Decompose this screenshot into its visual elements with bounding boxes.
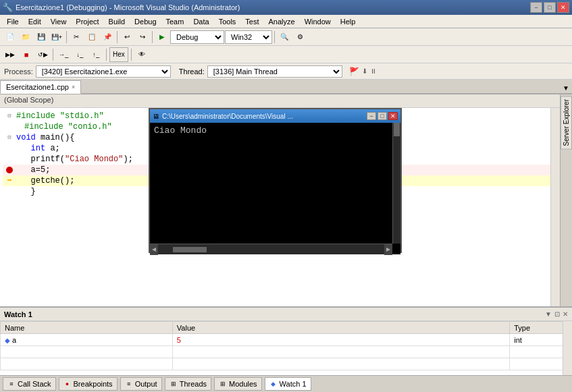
- editor-scrollbar[interactable]: [550, 108, 560, 306]
- editor-container: ⊟ #include "stdio.h" #include "conio.h": [0, 108, 560, 306]
- editor-and-right: (Global Scope) ⊟ #include "stdio.h": [0, 94, 572, 306]
- bottom-tab-callstack[interactable]: ≡ Call Stack: [3, 377, 56, 391]
- debug-continue-btn[interactable]: ▶▶: [3, 47, 18, 62]
- title-bar-left: 🔧 Esercitazione1 (Debugging) - Microsoft…: [3, 3, 240, 12]
- toolbar-misc-btn[interactable]: 🔍: [277, 30, 292, 45]
- thread-label: Thread:: [179, 67, 205, 76]
- console-window: 🖥 C:\Users\administrator\Documents\Visua…: [149, 108, 402, 253]
- console-output: Ciao Mondo: [150, 123, 400, 244]
- debug-hex-toggle[interactable]: Hex: [109, 47, 128, 62]
- thread-combo[interactable]: [3136] Main Thread: [207, 65, 342, 78]
- watch-close-btn[interactable]: ✕: [563, 310, 568, 318]
- minimize-button[interactable]: −: [530, 2, 542, 13]
- close-button[interactable]: ✕: [557, 2, 569, 13]
- app-icon: 🔧: [3, 3, 13, 12]
- output-label: Output: [135, 380, 157, 388]
- toolbar-undo-btn[interactable]: ↩: [120, 30, 134, 45]
- editor-tab-main[interactable]: Esercitazione1.cpp ×: [0, 80, 81, 94]
- process-label: Process:: [4, 67, 33, 76]
- console-hscroll-left[interactable]: ◀: [150, 244, 158, 255]
- callstack-label: Call Stack: [18, 380, 51, 388]
- bottom-tab-threads[interactable]: ⊞ Threads: [165, 377, 211, 391]
- watch-name-cell: ◆ a: [1, 334, 173, 346]
- maximize-button[interactable]: □: [544, 2, 556, 13]
- expand-icon-3[interactable]: ⊟: [7, 132, 11, 143]
- debug-step-over-btn[interactable]: →⎯: [56, 47, 71, 62]
- console-controls: − □ ✕: [367, 112, 398, 120]
- menu-tools[interactable]: Tools: [215, 16, 240, 27]
- debug-stop-btn[interactable]: ■: [19, 47, 34, 62]
- menu-bar: File Edit View Project Build Debug Team …: [0, 15, 572, 28]
- menu-edit[interactable]: Edit: [24, 16, 45, 27]
- bottom-tab-breakpoints[interactable]: ● Breakpoints: [59, 377, 118, 391]
- toolbar-save-all-btn[interactable]: 💾+: [49, 30, 64, 45]
- debug-step-into-btn[interactable]: ↓⎯: [72, 47, 87, 62]
- toolbar-new-btn[interactable]: 📄: [3, 30, 18, 45]
- right-sidebar: Server Explorer: [560, 94, 572, 306]
- tab-close-btn[interactable]: ×: [72, 84, 75, 90]
- breakpoints-icon: ●: [63, 380, 72, 388]
- toolbar-2: ▶▶ ■ ↺▶ →⎯ ↓⎯ ↑⎯ Hex 👁: [0, 46, 572, 63]
- toolbar-paste-btn[interactable]: 📌: [100, 30, 115, 45]
- debug-sep-2: [106, 49, 107, 61]
- menu-build[interactable]: Build: [105, 16, 129, 27]
- code-void: void: [16, 132, 36, 143]
- debug-step-out-btn[interactable]: ↑⎯: [88, 47, 103, 62]
- bottom-tabbar: ≡ Call Stack ● Breakpoints ≡ Output ⊞ Th…: [0, 375, 572, 392]
- debug-config-combo[interactable]: Debug: [170, 30, 224, 44]
- console-maximize-btn[interactable]: □: [378, 112, 387, 120]
- menu-project[interactable]: Project: [72, 16, 103, 27]
- toolbar-play-btn[interactable]: ▶: [155, 30, 170, 45]
- expand-icon-1[interactable]: ⊟: [7, 111, 11, 121]
- debug-icon-3: ⏸: [370, 67, 377, 75]
- bottom-tab-watch1[interactable]: ◆ Watch 1: [265, 377, 311, 391]
- console-vscroll-thumb: [394, 123, 400, 136]
- watch-float-btn[interactable]: ⊡: [554, 310, 560, 318]
- watch-empty-value: [172, 346, 509, 358]
- platform-combo[interactable]: Win32: [225, 30, 272, 44]
- console-icon: 🖥: [153, 113, 159, 120]
- line-margin-7: ➡: [3, 175, 16, 186]
- console-hscroll[interactable]: ◀ ▶: [150, 244, 392, 254]
- debug-restart-btn[interactable]: ↺▶: [35, 47, 50, 62]
- console-vscroll[interactable]: [392, 123, 400, 244]
- menu-window[interactable]: Window: [301, 16, 335, 27]
- console-hscroll-right[interactable]: ▶: [384, 244, 392, 255]
- console-hscroll-track: [159, 247, 383, 252]
- watch-empty-row-2: [1, 358, 572, 370]
- menu-help[interactable]: Help: [336, 16, 360, 27]
- toolbar-cut-btn[interactable]: ✂: [69, 30, 84, 45]
- debug-watch-btn[interactable]: 👁: [134, 47, 149, 62]
- watch-vscroll[interactable]: [563, 321, 572, 375]
- watch-var-name: a: [12, 336, 16, 344]
- toolbar-misc2-btn[interactable]: ⚙: [292, 30, 307, 45]
- scope-label: (Global Scope): [4, 96, 53, 104]
- watch-table: Name Value Type ◆ a 5 int: [0, 321, 572, 370]
- menu-view[interactable]: View: [47, 16, 71, 27]
- menu-file[interactable]: File: [3, 16, 23, 27]
- menu-data[interactable]: Data: [189, 16, 213, 27]
- watch-panel-header: Watch 1 ▼ ⊡ ✕: [0, 306, 572, 321]
- toolbar-redo-btn[interactable]: ↪: [135, 30, 150, 45]
- menu-test[interactable]: Test: [241, 16, 263, 27]
- tab-scroll-btn[interactable]: ▼: [560, 83, 572, 94]
- menu-debug[interactable]: Debug: [130, 16, 160, 27]
- toolbar-save-btn[interactable]: 💾: [34, 30, 49, 45]
- menu-analyze[interactable]: Analyze: [265, 16, 299, 27]
- bottom-tab-output[interactable]: ≡ Output: [120, 377, 162, 391]
- bottom-tab-modules[interactable]: ⊞ Modules: [214, 377, 262, 391]
- server-explorer-tab[interactable]: Server Explorer: [561, 96, 572, 149]
- watch-table-container: Name Value Type ◆ a 5 int: [0, 321, 572, 375]
- watch-empty-row: [1, 346, 572, 358]
- toolbar-open-btn[interactable]: 📁: [18, 30, 33, 45]
- toolbar-copy-btn[interactable]: 📋: [84, 30, 99, 45]
- watch-header-right: ▼ ⊡ ✕: [545, 310, 568, 318]
- console-minimize-btn[interactable]: −: [367, 112, 376, 120]
- debug-sep-1: [53, 49, 53, 61]
- process-combo[interactable]: [3420] Esercitazione1.exe: [36, 65, 171, 78]
- title-bar: 🔧 Esercitazione1 (Debugging) - Microsoft…: [0, 0, 572, 15]
- debug-icon-2: ⬇: [362, 67, 367, 75]
- menu-team[interactable]: Team: [162, 16, 188, 27]
- watch-pin-icon[interactable]: ▼: [545, 310, 552, 318]
- console-close-btn[interactable]: ✕: [388, 112, 398, 120]
